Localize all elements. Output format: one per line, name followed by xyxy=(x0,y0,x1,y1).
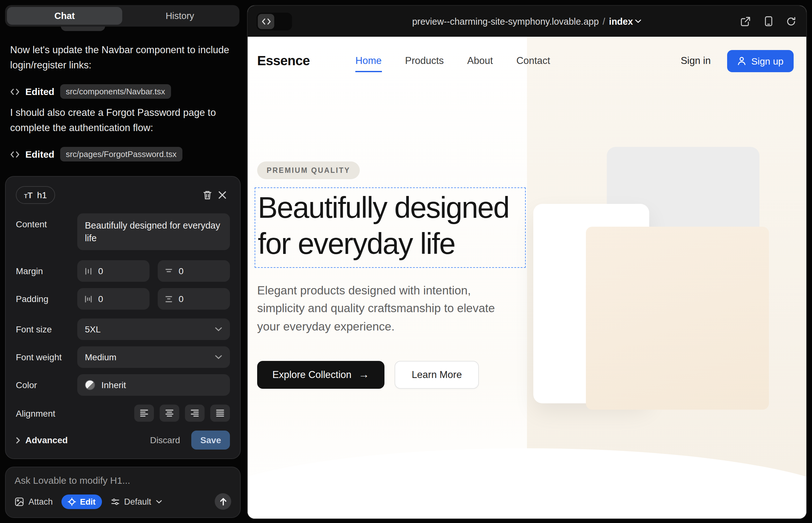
color-swatch xyxy=(85,380,95,390)
site-preview: Essence Home Products About Contact Sign… xyxy=(248,37,806,519)
editor-header: TT h1 xyxy=(16,185,230,204)
align-justify-icon xyxy=(215,409,225,417)
content-row: Content Beautifully designed for everyda… xyxy=(16,213,230,250)
color-select[interactable]: Inherit xyxy=(77,374,230,396)
hero-section: PREMIUM QUALITY Beautifully designed for… xyxy=(248,85,806,389)
color-row: Color Inherit xyxy=(16,374,230,396)
edited-file-pill[interactable]: src/pages/ForgotPassword.tsx xyxy=(60,147,182,161)
chevron-down-icon xyxy=(215,355,222,360)
selected-element-pill[interactable]: TT h1 xyxy=(16,186,55,204)
open-external-button[interactable] xyxy=(739,15,752,28)
tab-chat[interactable]: Chat xyxy=(7,7,122,25)
chat-sidebar: Chat History Now let's update the Navbar… xyxy=(0,0,247,523)
hero-paragraph: Elegant products designed with intention… xyxy=(257,282,506,336)
align-left-button[interactable] xyxy=(134,404,154,422)
code-icon xyxy=(10,88,20,95)
font-size-row: Font size 5XL xyxy=(16,319,230,340)
site-nav-links: Home Products About Contact xyxy=(355,55,550,67)
padding-row: Padding xyxy=(16,288,230,310)
text-size-icon: TT xyxy=(24,190,33,200)
edited-label: Edited xyxy=(25,149,54,160)
nav-link-products[interactable]: Products xyxy=(405,55,444,67)
app-window: Chat History Now let's update the Navbar… xyxy=(0,0,812,523)
send-button[interactable] xyxy=(215,493,231,510)
explore-collection-button[interactable]: Explore Collection → xyxy=(257,361,385,389)
nav-link-home[interactable]: Home xyxy=(355,55,382,67)
preview-url[interactable]: preview--charming-site-symphony.lovable.… xyxy=(412,16,599,26)
attach-button[interactable]: Attach xyxy=(15,497,53,506)
save-button[interactable]: Save xyxy=(192,431,230,450)
site-logo[interactable]: Essence xyxy=(257,53,310,68)
color-label: Color xyxy=(16,380,77,390)
nav-link-contact[interactable]: Contact xyxy=(516,55,550,67)
preview-window: preview--charming-site-symphony.lovable.… xyxy=(247,5,807,519)
refresh-button[interactable] xyxy=(785,15,797,28)
edit-mode-button[interactable]: Edit xyxy=(62,494,102,509)
align-justify-button[interactable] xyxy=(210,404,230,422)
align-right-button[interactable] xyxy=(185,404,205,422)
url-bar: preview--charming-site-symphony.lovable.… xyxy=(248,16,806,26)
align-center-icon xyxy=(165,409,174,417)
chevron-right-icon xyxy=(16,437,20,444)
hero-heading[interactable]: Beautifully designed for everyday life xyxy=(258,189,523,262)
discard-button[interactable]: Discard xyxy=(150,435,180,445)
nav-link-about[interactable]: About xyxy=(467,55,493,67)
delete-element-button[interactable] xyxy=(199,187,215,203)
site-navbar: Essence Home Products About Contact Sign… xyxy=(248,37,806,85)
margin-label: Margin xyxy=(16,266,77,276)
close-icon[interactable] xyxy=(215,187,230,203)
code-icon xyxy=(10,150,20,158)
padding-horizontal-icon xyxy=(84,295,92,303)
page-selector[interactable]: index xyxy=(609,16,642,26)
editor-footer: Advanced Discard Save xyxy=(16,431,230,450)
font-size-select[interactable]: 5XL xyxy=(77,319,230,340)
font-weight-label: Font weight xyxy=(16,352,77,362)
edited-file-pill[interactable]: src/components/Navbar.tsx xyxy=(60,84,171,99)
advanced-toggle[interactable]: Advanced xyxy=(16,435,68,445)
preview-toggle-button[interactable] xyxy=(274,14,291,29)
code-toggle-button[interactable] xyxy=(258,14,274,29)
selected-h1-outline[interactable]: Beautifully designed for everyday life xyxy=(254,187,526,268)
tab-history[interactable]: History xyxy=(122,7,237,25)
code-icon xyxy=(261,17,271,25)
padding-horizontal-input[interactable] xyxy=(77,288,149,310)
content-textarea[interactable]: Beautifully designed for everyday life xyxy=(77,213,230,250)
chevron-down-icon xyxy=(156,499,162,504)
margin-row: Margin xyxy=(16,260,230,282)
margin-vertical-icon xyxy=(165,267,173,275)
attach-image-icon xyxy=(15,497,24,506)
sign-in-link[interactable]: Sign in xyxy=(681,55,711,67)
open-external-icon xyxy=(740,16,751,26)
padding-vertical-icon xyxy=(165,295,173,303)
learn-more-button[interactable]: Learn More xyxy=(394,361,479,389)
align-left-icon xyxy=(139,409,149,417)
chat-message: Now let's update the Navbar component to… xyxy=(10,42,233,73)
edited-file-row: Edited src/components/Navbar.tsx xyxy=(10,84,171,99)
url-separator: / xyxy=(603,16,605,26)
padding-vertical-input[interactable] xyxy=(158,288,230,310)
margin-horizontal-input[interactable] xyxy=(77,260,149,282)
font-weight-row: Font weight Medium xyxy=(16,346,230,368)
alignment-label: Alignment xyxy=(16,408,77,418)
font-weight-select[interactable]: Medium xyxy=(77,346,230,368)
font-size-label: Font size xyxy=(16,324,77,334)
edited-file-row: Edited src/pages/ForgotPassword.tsx xyxy=(10,147,182,161)
sign-up-button[interactable]: Sign up xyxy=(727,50,794,72)
chevron-down-icon xyxy=(635,19,642,23)
margin-vertical-input[interactable] xyxy=(158,260,230,282)
element-tag: h1 xyxy=(37,190,47,200)
chat-composer: Attach Edit Default xyxy=(5,467,241,518)
chevron-down-icon xyxy=(215,327,222,332)
model-default-select[interactable]: Default xyxy=(111,497,162,506)
code-view-toggle xyxy=(257,12,292,30)
margin-horizontal-icon xyxy=(84,267,92,275)
edit-target-icon xyxy=(68,497,76,506)
user-icon xyxy=(737,56,746,65)
mobile-icon xyxy=(764,16,772,26)
edited-label: Edited xyxy=(25,86,54,97)
quality-badge: PREMIUM QUALITY xyxy=(257,161,360,179)
align-center-button[interactable] xyxy=(160,404,179,422)
refresh-icon xyxy=(786,16,796,26)
mobile-view-button[interactable] xyxy=(762,15,775,28)
composer-input[interactable] xyxy=(15,475,231,486)
